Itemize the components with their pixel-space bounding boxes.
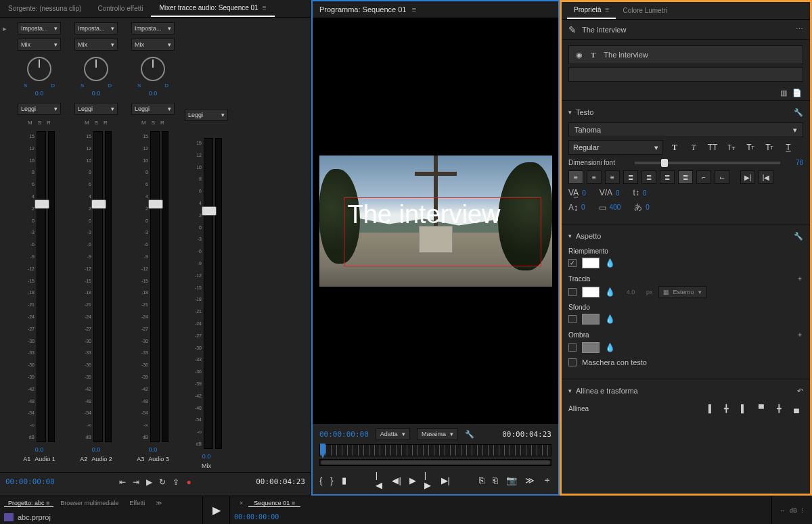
lift-icon[interactable]: ⎘ xyxy=(479,475,484,485)
step-back-icon[interactable]: ◀| xyxy=(392,475,401,485)
stroke-enable-checkbox[interactable] xyxy=(568,288,577,296)
section-allinea-header[interactable]: ▾ Allinea e trasforma ↶ xyxy=(568,383,803,398)
justify-right-button[interactable]: ≣ xyxy=(660,170,675,184)
font-size-slider[interactable] xyxy=(635,162,780,164)
ltr-button[interactable]: ▶| xyxy=(740,170,755,184)
mask-with-text-checkbox[interactable] xyxy=(568,358,577,366)
play-icon[interactable]: ▶ xyxy=(409,475,416,485)
mark-in-icon[interactable]: { xyxy=(319,475,322,485)
play-icon[interactable]: ▶ xyxy=(146,477,152,487)
text-layer-name[interactable]: The interview xyxy=(604,51,648,59)
tab-mixer-audio[interactable]: Mixer tracce audio: Sequence 01≡ xyxy=(151,0,274,17)
leading-value[interactable]: 0 xyxy=(643,189,647,197)
section-aspetto-header[interactable]: ▾ Aspetto 🔧 xyxy=(568,229,803,243)
background-enable-checkbox[interactable] xyxy=(568,315,577,323)
tsume-value[interactable]: 400 xyxy=(610,204,621,211)
font-style-dropdown[interactable]: Regular▾ xyxy=(568,140,663,155)
align-vcenter-icon[interactable]: ╋ xyxy=(772,402,786,414)
record-icon[interactable]: ● xyxy=(186,477,191,487)
pan-value[interactable]: 0.0 xyxy=(35,90,44,97)
align-center-button[interactable]: ≡ xyxy=(587,170,602,184)
step-forward-icon[interactable]: |▶ xyxy=(424,470,433,490)
fader-value[interactable]: 0.0 xyxy=(35,446,44,453)
loop-icon[interactable]: ↻ xyxy=(159,477,166,487)
program-video-area[interactable]: The interview xyxy=(313,18,558,424)
timeline-timecode[interactable]: 00:00:00:00 xyxy=(234,513,279,521)
add-stroke-icon[interactable]: ＋ xyxy=(796,274,803,283)
baseline-value[interactable]: 0 xyxy=(581,204,585,211)
submix-dropdown[interactable]: Mix▾ xyxy=(18,39,61,51)
program-time-ruler[interactable] xyxy=(319,444,551,456)
wrench-settings-icon[interactable]: 🔧 xyxy=(465,430,474,439)
stroke-color-swatch[interactable] xyxy=(582,287,600,297)
more-transport-icon[interactable]: ≫ xyxy=(525,475,535,485)
text-layer-row[interactable]: ◉ T The interview xyxy=(568,45,803,64)
reset-icon[interactable]: ↶ xyxy=(797,387,803,396)
strip-expand-toggle[interactable]: ▸ xyxy=(3,20,9,469)
go-to-out-icon[interactable]: ⇥ xyxy=(133,477,139,487)
automation-mode-dropdown[interactable]: Leggi▾ xyxy=(18,103,61,115)
allcaps-button[interactable]: TT xyxy=(705,140,720,155)
font-family-dropdown[interactable]: Tahoma▾ xyxy=(568,122,803,137)
justify-full-button[interactable]: ≣ xyxy=(678,170,693,184)
track-name[interactable]: Audio 1 xyxy=(35,456,55,462)
record-button[interactable]: R xyxy=(47,120,51,126)
new-from-file-icon[interactable]: ▥ xyxy=(780,89,787,97)
submix-dropdown[interactable]: Mix▾ xyxy=(131,39,175,51)
tsume2-value[interactable]: 0 xyxy=(646,204,650,211)
eyedropper-icon[interactable]: 💧 xyxy=(605,258,615,268)
text-bottom-button[interactable]: ⌙ xyxy=(715,170,729,184)
kerning-value[interactable]: 0 xyxy=(616,189,620,197)
justify-center-button[interactable]: ≣ xyxy=(641,170,656,184)
extract-icon[interactable]: ⎗ xyxy=(493,475,498,485)
automation-mode-dropdown[interactable]: Leggi▾ xyxy=(185,109,228,121)
go-to-out-icon[interactable]: ▶| xyxy=(441,475,450,485)
eye-visibility-icon[interactable]: ◉ xyxy=(576,51,583,59)
align-left-button[interactable]: ≡ xyxy=(568,170,583,184)
new-layer-icon[interactable]: 📄 xyxy=(792,89,802,97)
tab-effetti[interactable]: Effetti xyxy=(125,500,149,506)
align-bottom-icon[interactable]: ▄ xyxy=(790,402,803,414)
solo-button[interactable]: S xyxy=(38,120,41,126)
project-file-icon[interactable] xyxy=(4,513,14,521)
fill-enable-checkbox[interactable] xyxy=(568,259,577,267)
tracking-value[interactable]: 0 xyxy=(582,189,586,197)
add-marker-icon[interactable]: ▮ xyxy=(342,475,346,485)
panel-menu-icon[interactable]: ≡ xyxy=(263,4,267,11)
pan-knob[interactable] xyxy=(27,57,51,81)
project-file-name[interactable]: abc.prproj xyxy=(18,513,51,521)
align-top-icon[interactable]: ▀ xyxy=(754,402,768,414)
background-color-swatch[interactable] xyxy=(582,314,600,325)
output-assign-dropdown[interactable]: Imposta...▾ xyxy=(74,22,118,34)
mark-out-icon[interactable]: } xyxy=(330,475,333,485)
mute-button[interactable]: M xyxy=(28,120,32,126)
align-hcenter-icon[interactable]: ╋ xyxy=(719,402,733,414)
underline-button[interactable]: T xyxy=(781,140,796,155)
submix-dropdown[interactable]: Mix▾ xyxy=(74,39,118,51)
shadow-enable-checkbox[interactable] xyxy=(568,343,577,352)
pan-knob[interactable] xyxy=(84,57,108,81)
mixer-timecode-in[interactable]: 00:00:00:00 xyxy=(5,477,55,486)
output-assign-dropdown[interactable]: Imposta...▾ xyxy=(18,22,61,34)
stroke-position-dropdown[interactable]: ▦Esterno▾ xyxy=(658,286,706,298)
tab-progetto[interactable]: Progetto: abc ≡ xyxy=(4,500,53,507)
export-frame-icon[interactable]: 📷 xyxy=(506,475,517,485)
tab-proprieta[interactable]: Proprietà≡ xyxy=(567,2,616,19)
tab-controllo-effetti[interactable]: Controllo effetti xyxy=(89,0,151,17)
quality-dropdown[interactable]: Massima▾ xyxy=(417,428,458,440)
more-options-icon[interactable]: ⋯ xyxy=(796,25,803,34)
justify-left-button[interactable]: ≣ xyxy=(623,170,638,184)
rtl-button[interactable]: |◀ xyxy=(759,170,773,184)
volume-fader[interactable] xyxy=(37,131,46,442)
tab-overflow-icon[interactable]: ≫ xyxy=(152,500,166,506)
text-top-button[interactable]: ⌐ xyxy=(696,170,711,184)
bold-button[interactable]: T xyxy=(667,140,682,155)
panel-menu-icon[interactable]: ≡ xyxy=(411,5,415,14)
program-timecode-in[interactable]: 00:00:00:00 xyxy=(319,430,369,439)
wrench-icon[interactable]: 🔧 xyxy=(794,232,803,241)
tab-browser-multimediale[interactable]: Browser multimediale xyxy=(56,500,122,506)
automation-mode-dropdown[interactable]: Leggi▾ xyxy=(131,103,175,115)
go-to-in-icon[interactable]: |◀ xyxy=(376,470,384,490)
shadow-color-swatch[interactable] xyxy=(582,342,600,353)
output-assign-dropdown[interactable]: Imposta...▾ xyxy=(131,22,175,34)
